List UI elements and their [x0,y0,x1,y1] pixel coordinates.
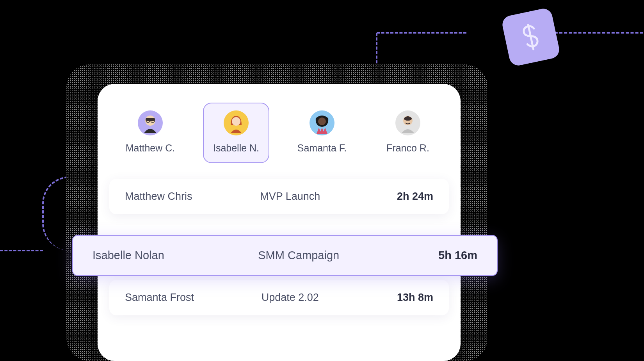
team-time-card: Matthew C. Isabelle N. Samanta F. Franco… [98,84,461,361]
avatar [310,110,334,135]
decorative-dash [377,32,466,34]
user-short-name: Samanta F. [297,142,347,154]
entry-name: Isabelle Nolan [93,249,230,262]
user-tile-isabelle[interactable]: Isabelle N. [203,103,269,163]
svg-rect-2 [146,118,155,121]
entry-project: Update 2.02 [235,292,345,304]
svg-point-6 [232,117,240,126]
avatar [224,110,249,135]
svg-point-8 [318,117,326,125]
user-short-name: Franco R. [386,142,429,154]
decorative-dash [376,33,377,68]
dollar-icon [518,21,544,53]
decorative-dash [42,176,69,251]
entry-name: Samanta Frost [125,292,235,304]
dollar-badge [501,7,561,67]
entry-name: Matthew Chris [125,190,235,203]
user-short-name: Isabelle N. [213,142,259,154]
user-tile-matthew[interactable]: Matthew C. [117,103,183,163]
entry-project: SMM Campaign [230,249,367,262]
entry-time: 5h 16m [367,249,477,262]
decorative-dash [0,250,43,251]
time-entry-row[interactable]: Matthew Chris MVP Launch 2h 24m [109,179,449,214]
entry-time: 2h 24m [345,190,433,203]
user-selector-row: Matthew C. Isabelle N. Samanta F. Franco… [109,103,449,163]
user-short-name: Matthew C. [126,142,175,154]
time-entry-row[interactable]: Samanta Frost Update 2.02 13h 8m [109,280,449,315]
entry-project: MVP Launch [235,190,345,203]
avatar [138,110,163,135]
avatar [395,110,420,135]
entry-time: 13h 8m [345,292,433,304]
user-tile-samanta[interactable]: Samanta F. [289,103,355,163]
time-entry-row-highlighted[interactable]: Isabelle Nolan SMM Campaign 5h 16m [72,235,498,276]
user-tile-franco[interactable]: Franco R. [375,103,441,163]
